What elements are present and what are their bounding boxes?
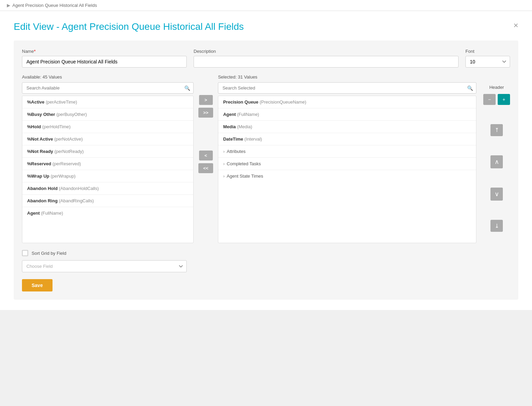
title-dynamic: Agent Precision Queue Historical All Fie… [62, 21, 244, 32]
desc-label: Description [194, 49, 459, 54]
selected-group-item[interactable]: ›Agent State Times [218, 170, 476, 182]
selected-list-item[interactable]: Precision Queue (PrecisionQueueName) [218, 96, 476, 108]
header-label: Header [489, 85, 504, 90]
available-header: Available: 45 Values [22, 74, 194, 80]
name-field-group: Name* [22, 49, 187, 68]
header-plus-button[interactable]: + [498, 94, 510, 105]
close-button[interactable]: × [513, 21, 518, 29]
available-list-item[interactable]: %Not Ready (perNotReady) [22, 145, 193, 158]
available-list-item[interactable]: %Not Active (perNotActive) [22, 133, 193, 145]
selected-panel: Selected: 31 Values 🔍 Precision Queue (P… [218, 74, 476, 243]
selected-header: Selected: 31 Values [218, 74, 476, 80]
available-list-item[interactable]: Abandon Ring (AbandRingCalls) [22, 195, 193, 207]
header-minus-button[interactable]: − [483, 94, 496, 105]
available-list-item[interactable]: %Busy Other (perBusyOther) [22, 108, 193, 121]
choose-field-row: Choose Field [22, 260, 510, 272]
transfer-buttons: > >> < << [194, 95, 218, 173]
page-title: Edit View - Agent Precision Queue Histor… [14, 21, 244, 32]
name-label: Name* [22, 49, 187, 54]
modal-header: Edit View - Agent Precision Queue Histor… [14, 21, 518, 32]
header-btn-group: − + [483, 94, 510, 105]
order-bottom-button[interactable]: ⤓ [490, 220, 503, 232]
selected-list-box: Precision Queue (PrecisionQueueName)Agen… [218, 96, 476, 243]
bottom-btn-area: Save [22, 279, 510, 291]
order-top-button[interactable]: ⤒ [490, 124, 503, 136]
sort-row: Sort Grid by Field [22, 250, 510, 256]
lists-area: Available: 45 Values 🔍 %Active (perActiv… [22, 74, 510, 243]
font-label: Font [465, 49, 510, 54]
available-search-icon: 🔍 [184, 85, 190, 91]
modal-overlay: Edit View - Agent Precision Queue Histor… [0, 11, 532, 310]
available-list-item[interactable]: %Wrap Up (perWrapup) [22, 170, 193, 182]
selected-search-input[interactable] [218, 82, 476, 94]
choose-field-select[interactable]: Choose Field [22, 260, 187, 272]
name-input[interactable] [22, 56, 187, 68]
sort-checkbox[interactable] [22, 250, 28, 256]
order-down-button[interactable]: ∨ [490, 188, 503, 201]
right-controls: Header − + ⤒ ∧ ∨ ⤓ [480, 85, 510, 232]
add-all-button[interactable]: >> [198, 108, 213, 118]
breadcrumb-text: Agent Precision Queue Historical All Fie… [12, 3, 97, 8]
available-search-box: 🔍 [22, 82, 194, 94]
selected-list-item[interactable]: Media (Media) [218, 121, 476, 133]
form-top-row: Name* Description Font 10 8 9 11 12 14 [22, 49, 510, 68]
available-panel: Available: 45 Values 🔍 %Active (perActiv… [22, 74, 194, 243]
selected-group-item[interactable]: ›Attributes [218, 145, 476, 158]
order-up-button[interactable]: ∧ [490, 155, 503, 168]
available-list-item[interactable]: %Reserved (perReserved) [22, 158, 193, 170]
top-bar: ▶ Agent Precision Queue Historical All F… [0, 0, 532, 11]
selected-search-box: 🔍 [218, 82, 476, 94]
remove-all-button[interactable]: << [198, 163, 213, 173]
font-select[interactable]: 10 8 9 11 12 14 [465, 56, 510, 68]
remove-one-button[interactable]: < [199, 151, 213, 160]
selected-list-item[interactable]: Agent (FullName) [218, 108, 476, 121]
available-list-item[interactable]: Abandon Hold (AbandonHoldCalls) [22, 182, 193, 195]
selected-group-item[interactable]: ›Completed Tasks [218, 158, 476, 170]
available-search-input[interactable] [22, 82, 194, 94]
desc-input[interactable] [194, 56, 459, 68]
add-one-button[interactable]: > [199, 95, 213, 105]
sort-label: Sort Grid by Field [32, 251, 66, 256]
save-button[interactable]: Save [22, 279, 53, 291]
available-list-item[interactable]: %Active (perActiveTime) [22, 96, 193, 108]
selected-list-item[interactable]: DateTime (Interval) [218, 133, 476, 145]
font-field-group: Font 10 8 9 11 12 14 [465, 49, 510, 68]
desc-field-group: Description [194, 49, 459, 68]
selected-search-icon: 🔍 [467, 85, 473, 91]
breadcrumb-arrow: ▶ [7, 3, 10, 8]
available-list-box: %Active (perActiveTime)%Busy Other (perB… [22, 96, 194, 243]
title-static: Edit View - [14, 21, 62, 32]
available-list-item[interactable]: Agent (FullName) [22, 207, 193, 219]
form-area: Name* Description Font 10 8 9 11 12 14 [14, 40, 518, 300]
available-list-item[interactable]: %Hold (perHoldTime) [22, 121, 193, 133]
